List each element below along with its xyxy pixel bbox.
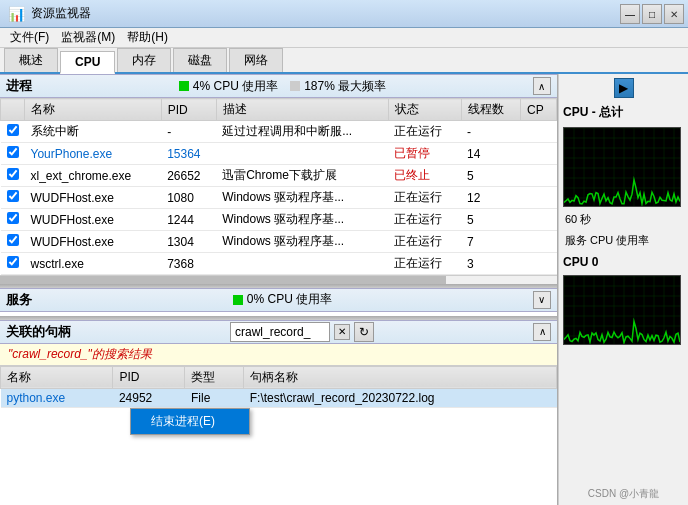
row-threads: 12 [461,187,520,209]
handle-col-handlename[interactable]: 句柄名称 [244,366,557,388]
process-expand-btn[interactable]: ∧ [533,77,551,95]
handle-expand-btn[interactable]: ∧ [533,323,551,341]
col-pid[interactable]: PID [161,99,216,121]
horizontal-scrollbar[interactable] [0,275,557,284]
process-table-container[interactable]: 名称 PID 描述 状态 线程数 CP 系统中断 - 延过过程调用和中断服...… [0,98,557,284]
services-expand-btn[interactable]: ∨ [533,291,551,309]
row-name[interactable]: WUDFHost.exe [25,231,162,253]
maximize-button[interactable]: □ [642,4,662,24]
time-label: 60 秒 [563,211,684,228]
row-name[interactable]: WUDFHost.exe [25,187,162,209]
search-result-label: "crawl_record_"的搜索结果 [0,344,557,366]
row-status: 已终止 [388,165,461,187]
expand-right-btn[interactable]: ▶ [614,78,634,98]
cpu-0-label: CPU 0 [563,253,684,271]
handle-col-name[interactable]: 名称 [1,366,113,388]
search-refresh-btn[interactable]: ↻ [354,322,374,342]
handle-search-input[interactable] [230,322,330,342]
row-cp [520,143,556,165]
expand-right-icon: ▶ [619,81,628,95]
search-clear-btn[interactable]: ✕ [334,324,350,340]
row-name[interactable]: YourPhone.exe [25,143,162,165]
table-row[interactable]: xl_ext_chrome.exe 26652 迅雷Chrome下载扩展 已终止… [1,165,557,187]
handle-title: 关联的句柄 [6,323,71,341]
table-row[interactable]: WUDFHost.exe 1304 Windows 驱动程序基... 正在运行 … [1,231,557,253]
table-row[interactable]: WUDFHost.exe 1244 Windows 驱动程序基... 正在运行 … [1,209,557,231]
tab-network[interactable]: 网络 [229,48,283,72]
tab-overview[interactable]: 概述 [4,48,58,72]
handle-table-container[interactable]: 名称 PID 类型 句柄名称 python.exe 24952 File F:\… [0,366,557,506]
row-threads: 3 [461,253,520,275]
menu-help[interactable]: 帮助(H) [121,28,174,47]
row-desc: 延过过程调用和中断服... [216,121,388,143]
window-controls: — □ ✕ [620,4,684,24]
row-name[interactable]: WUDFHost.exe [25,209,162,231]
tab-cpu[interactable]: CPU [60,51,115,74]
col-desc[interactable]: 描述 [216,99,388,121]
col-cp[interactable]: CP [520,99,556,121]
close-button[interactable]: ✕ [664,4,684,24]
tab-bar: 概述 CPU 内存 磁盘 网络 [0,48,688,74]
context-menu-end-process[interactable]: 结束进程(E) [131,409,249,434]
row-threads: - [461,121,520,143]
table-row[interactable]: python.exe 24952 File F:\test\crawl_reco… [1,388,557,407]
handle-row-pid: 24952 [113,388,185,407]
process-cpu-usage: 4% CPU 使用率 [193,78,278,95]
row-status: 正在运行 [388,231,461,253]
tab-memory[interactable]: 内存 [117,48,171,72]
row-cp [520,187,556,209]
main-layout: 进程 4% CPU 使用率 187% 最大频率 ∧ 名称 [0,74,688,505]
table-row[interactable]: YourPhone.exe 15364 已暂停 14 [1,143,557,165]
col-checkbox [1,99,25,121]
handle-col-pid[interactable]: PID [113,366,185,388]
services-section-header: 服务 0% CPU 使用率 ∨ [0,288,557,312]
title-bar: 📊 资源监视器 — □ ✕ [0,0,688,28]
row-status: 已暂停 [388,143,461,165]
col-status[interactable]: 状态 [388,99,461,121]
table-row[interactable]: wsctrl.exe 7368 正在运行 3 [1,253,557,275]
row-name[interactable]: 系统中断 [25,121,162,143]
process-section-header: 进程 4% CPU 使用率 187% 最大频率 ∧ [0,74,557,98]
handle-section-header: 关联的句柄 ✕ ↻ ∧ [0,320,557,344]
menu-bar: 文件(F) 监视器(M) 帮助(H) [0,28,688,48]
context-menu: 结束进程(E) [130,408,250,435]
row-cp [520,231,556,253]
row-checkbox[interactable] [1,143,25,165]
scrollbar-thumb [0,276,446,284]
col-threads[interactable]: 线程数 [461,99,520,121]
col-name[interactable]: 名称 [25,99,162,121]
row-checkbox[interactable] [1,209,25,231]
row-cp [520,121,556,143]
row-checkbox[interactable] [1,231,25,253]
services-green-dot [233,295,243,305]
watermark: CSDN @小青龍 [563,487,684,501]
minimize-button[interactable]: — [620,4,640,24]
row-checkbox[interactable] [1,187,25,209]
row-name[interactable]: wsctrl.exe [25,253,162,275]
process-max-freq-box [290,81,300,91]
process-max-freq: 187% 最大频率 [304,78,386,95]
menu-monitor[interactable]: 监视器(M) [55,28,121,47]
table-row[interactable]: WUDFHost.exe 1080 Windows 驱动程序基... 正在运行 … [1,187,557,209]
row-name[interactable]: xl_ext_chrome.exe [25,165,162,187]
row-threads: 7 [461,231,520,253]
title-bar-icon: 📊 [8,6,25,22]
row-checkbox[interactable] [1,121,25,143]
menu-file[interactable]: 文件(F) [4,28,55,47]
handle-row-name[interactable]: python.exe [1,388,113,407]
tab-disk[interactable]: 磁盘 [173,48,227,72]
row-pid: 7368 [161,253,216,275]
row-threads: 14 [461,143,520,165]
handle-search-bar: ✕ ↻ [230,322,374,342]
services-cpu-usage: 0% CPU 使用率 [247,291,332,308]
row-threads: 5 [461,165,520,187]
handle-col-type[interactable]: 类型 [185,366,244,388]
row-status: 正在运行 [388,209,461,231]
title-bar-title: 资源监视器 [31,5,91,22]
row-checkbox[interactable] [1,253,25,275]
row-desc: Windows 驱动程序基... [216,231,388,253]
row-pid: 1304 [161,231,216,253]
table-row[interactable]: 系统中断 - 延过过程调用和中断服... 正在运行 - [1,121,557,143]
row-checkbox[interactable] [1,165,25,187]
handle-row-handlename: F:\test\crawl_record_20230722.log [244,388,557,407]
